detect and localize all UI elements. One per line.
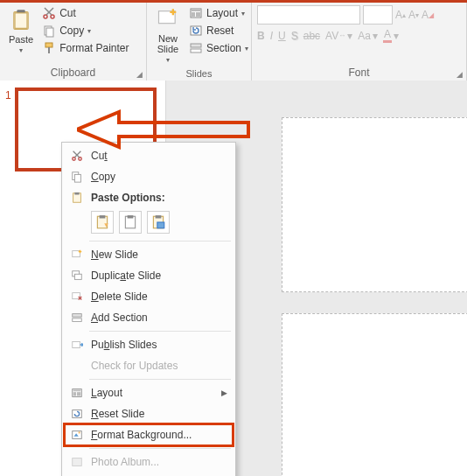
svg-point-44 [79, 431, 80, 433]
svg-rect-34 [73, 293, 80, 299]
reset-button[interactable]: Reset [187, 23, 250, 38]
chevron-down-icon: ▾ [87, 27, 91, 35]
new-slide-button[interactable]: NewSlide ▾ [152, 5, 184, 66]
copy-button[interactable]: Copy ▾ [40, 23, 130, 38]
chevron-down-icon: ▾ [241, 10, 245, 18]
svg-rect-6 [46, 28, 53, 37]
svg-point-4 [51, 15, 54, 18]
content-placeholder[interactable] [282, 313, 467, 476]
paste-option-picture[interactable] [147, 211, 170, 234]
ctx-photo-album: Photo Album... [65, 452, 233, 472]
title-placeholder[interactable] [282, 117, 467, 292]
chevron-down-icon: ▾ [245, 45, 248, 52]
font-color-button[interactable]: A▾ [383, 28, 399, 43]
scissors-icon [42, 6, 56, 20]
slides-group-label: Slides [152, 66, 246, 80]
svg-rect-37 [73, 342, 80, 348]
svg-rect-8 [48, 47, 50, 53]
layout-icon [70, 386, 84, 400]
submenu-arrow-icon: ▶ [221, 388, 227, 397]
dialog-launcher-icon[interactable]: ◢ [457, 70, 463, 79]
new-slide-icon [156, 7, 180, 32]
svg-rect-16 [191, 49, 201, 52]
svg-point-3 [44, 15, 47, 18]
font-group: A▴ A▾ A◢ B I U S abc AV↔▾ Aa▾ A▾ Font ◢ [252, 3, 467, 80]
font-size-combo[interactable] [363, 5, 393, 24]
chevron-down-icon: ▾ [166, 56, 170, 64]
ctx-hide-slide[interactable]: Hide Slide [65, 472, 233, 476]
delete-icon [70, 290, 84, 304]
ctx-cut[interactable]: Cut [65, 145, 233, 166]
new-slide-label: NewSlide [157, 33, 178, 54]
clear-format-button[interactable]: A◢ [422, 9, 434, 21]
underline-button[interactable]: U [278, 30, 286, 42]
paste-option-dest-theme[interactable] [91, 211, 114, 234]
svg-rect-36 [73, 318, 82, 322]
italic-button[interactable]: I [270, 30, 273, 42]
font-name-combo[interactable] [257, 5, 360, 24]
context-menu: Cut Copy Paste Options: New Slide Duplic… [61, 142, 236, 476]
paintbrush-icon [42, 41, 56, 55]
slide-number: 1 [5, 89, 11, 170]
ctx-check-updates: Check for Updates [65, 355, 233, 376]
svg-point-18 [73, 158, 76, 161]
svg-rect-30 [157, 222, 164, 228]
slides-group: NewSlide ▾ Layout ▾ Reset Section ▾ [147, 3, 252, 80]
paste-label: Paste [9, 34, 33, 45]
ribbon: Paste ▾ Cut Copy ▾ Format Painter [0, 0, 467, 80]
paste-icon [9, 8, 33, 32]
ctx-layout[interactable]: Layout ▶ [65, 382, 233, 403]
layout-button[interactable]: Layout ▾ [187, 5, 250, 21]
dialog-launcher-icon[interactable]: ◢ [136, 70, 143, 79]
ctx-paste-options-header: Paste Options: [65, 187, 233, 208]
shrink-font-button[interactable]: A▾ [408, 9, 419, 21]
section-icon [189, 41, 203, 55]
svg-rect-13 [196, 12, 200, 17]
clipboard-group-label: Clipboard ◢ [5, 65, 141, 80]
ctx-delete-slide[interactable]: Delete Slide [65, 286, 233, 307]
change-case-button[interactable]: Aa▾ [358, 30, 378, 42]
format-background-icon [70, 428, 84, 442]
clipboard-icon [70, 191, 84, 205]
layout-icon [189, 6, 203, 20]
reset-icon [70, 407, 84, 421]
svg-rect-25 [100, 215, 106, 218]
ctx-new-slide[interactable]: New Slide [65, 244, 233, 265]
grow-font-button[interactable]: A▴ [395, 9, 406, 21]
copy-icon [42, 24, 56, 38]
ctx-add-section[interactable]: Add Section [65, 307, 233, 328]
svg-rect-15 [191, 44, 201, 47]
publish-icon [70, 338, 84, 352]
section-button[interactable]: Section ▾ [187, 40, 250, 56]
strike-button[interactable]: abc [303, 30, 320, 42]
chevron-down-icon: ▾ [19, 46, 23, 54]
svg-rect-40 [73, 392, 77, 396]
font-group-label: Font ◢ [257, 65, 461, 80]
svg-rect-11 [192, 10, 200, 11]
svg-rect-45 [73, 458, 82, 466]
duplicate-icon [70, 269, 84, 283]
copy-icon [70, 170, 84, 184]
section-icon [70, 311, 84, 325]
ctx-format-background[interactable]: Format Background... [65, 424, 233, 445]
bold-button[interactable]: B [257, 30, 265, 42]
reset-icon [189, 24, 203, 38]
ctx-publish-slides[interactable]: Publish Slides [65, 334, 233, 355]
scissors-icon [70, 149, 84, 163]
ctx-duplicate-slide[interactable]: Duplicate Slide [65, 265, 233, 286]
shadow-button[interactable]: S [291, 30, 298, 42]
format-painter-button[interactable]: Format Painter [40, 40, 130, 56]
cut-button[interactable]: Cut [40, 5, 130, 21]
paste-button[interactable]: Paste ▾ [5, 5, 37, 56]
svg-rect-39 [73, 390, 81, 392]
ctx-copy[interactable]: Copy [65, 166, 233, 187]
svg-rect-12 [192, 12, 195, 17]
paste-option-keep-source[interactable] [119, 211, 142, 234]
svg-rect-41 [77, 392, 80, 396]
svg-rect-35 [73, 314, 82, 318]
ctx-reset-slide[interactable]: Reset Slide [65, 403, 233, 424]
svg-rect-21 [74, 174, 80, 182]
svg-rect-7 [45, 43, 52, 47]
clipboard-group: Paste ▾ Cut Copy ▾ Format Painter [0, 3, 147, 80]
char-spacing-button[interactable]: AV↔▾ [325, 30, 352, 42]
